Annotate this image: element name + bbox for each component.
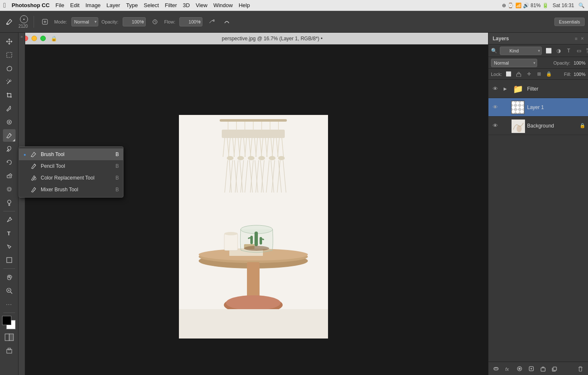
context-menu-color-replacement-tool[interactable]: Color Replacement Tool B xyxy=(19,172,123,184)
active-tool-icon[interactable] xyxy=(3,16,15,28)
active-check-icon: ● xyxy=(23,152,26,157)
foreground-color[interactable] xyxy=(2,316,11,325)
hand-tool[interactable] xyxy=(3,271,16,284)
menu-image[interactable]: Image xyxy=(85,2,100,8)
svg-rect-30 xyxy=(222,130,285,138)
add-mask-button[interactable] xyxy=(514,364,525,374)
apple-menu[interactable]:  xyxy=(3,2,6,9)
svg-line-43 xyxy=(256,138,257,157)
new-layer-button[interactable] xyxy=(550,364,560,374)
menu-file[interactable]: File xyxy=(55,2,64,8)
menu-help[interactable]: Help xyxy=(239,2,250,8)
svg-point-13 xyxy=(8,200,11,203)
table-items xyxy=(179,192,328,339)
menu-3d[interactable]: 3D xyxy=(183,2,190,8)
smoothing-icon[interactable] xyxy=(221,16,233,28)
menu-view[interactable]: View xyxy=(196,2,207,8)
eraser-tool[interactable] xyxy=(3,169,16,182)
history-brush-tool[interactable] xyxy=(3,156,16,169)
menu-layer[interactable]: Layer xyxy=(107,2,121,8)
layer-item-filter[interactable]: 👁 ▶ 📁 Filter xyxy=(488,80,588,98)
healing-brush-tool[interactable] xyxy=(3,116,16,128)
filter-shape-icon[interactable]: ▭ xyxy=(575,47,583,55)
opacity-input[interactable] xyxy=(123,17,146,26)
lock-pixels-icon[interactable] xyxy=(514,70,523,78)
layer-name-background: Background xyxy=(527,123,577,129)
context-menu-brush-tool[interactable]: ● Brush Tool B xyxy=(19,148,123,160)
shape-tool[interactable] xyxy=(3,254,16,266)
magic-wand-tool[interactable] xyxy=(3,76,16,88)
menu-window[interactable]: Window xyxy=(213,2,233,8)
color-swatches[interactable] xyxy=(2,316,16,330)
app-name[interactable]: Photoshop CC xyxy=(12,2,50,8)
lock-transparent-icon[interactable]: ⬜ xyxy=(504,70,513,78)
add-fx-button[interactable]: fx xyxy=(503,364,513,374)
clone-stamp-tool[interactable] xyxy=(3,143,16,155)
eyedropper-tool[interactable] xyxy=(3,102,16,115)
layer-visibility-filter[interactable]: 👁 xyxy=(491,85,499,93)
layers-mode-row: Normal Multiply Screen Opacity: 100% xyxy=(488,57,588,69)
context-menu-pencil-tool[interactable]: Pencil Tool B xyxy=(19,160,123,172)
window-maximize-button[interactable] xyxy=(40,36,46,41)
fill-value[interactable]: 100% xyxy=(574,72,585,77)
more-tools[interactable]: ··· xyxy=(3,298,16,310)
layers-opacity-value[interactable]: 100% xyxy=(574,60,585,65)
zoom-tool[interactable] xyxy=(3,284,16,297)
menu-edit[interactable]: Edit xyxy=(70,2,79,8)
layer-expand-filter[interactable]: ▶ xyxy=(502,86,509,92)
add-adjustment-button[interactable] xyxy=(526,364,536,374)
lock-artboard-icon[interactable]: ⊞ xyxy=(535,70,543,78)
layers-filter-select[interactable]: Kind xyxy=(500,47,542,55)
layer-visibility-layer1[interactable]: 👁 xyxy=(491,103,499,112)
dodge-tool[interactable] xyxy=(3,196,16,209)
layer-visibility-background[interactable]: 👁 xyxy=(491,122,499,130)
filter-pixel-icon[interactable]: ⬜ xyxy=(544,47,553,55)
layers-panel-close[interactable]: × xyxy=(581,36,584,42)
svg-line-49 xyxy=(272,138,274,157)
window-minimize-button[interactable] xyxy=(32,36,37,41)
svg-text:fx: fx xyxy=(505,367,509,372)
panel-toggle[interactable]: » xyxy=(21,34,23,39)
filter-smart-icon[interactable]: 🎬 xyxy=(585,47,588,55)
tool-context-menu[interactable]: ● Brush Tool B Pencil Tool B Color Repla… xyxy=(18,146,123,198)
new-group-button[interactable] xyxy=(538,364,548,374)
brush-size: 2120 xyxy=(18,24,28,29)
path-selection-tool[interactable] xyxy=(3,240,16,253)
svg-point-7 xyxy=(9,80,11,82)
type-tool[interactable]: T xyxy=(3,227,16,240)
flow-input[interactable] xyxy=(179,17,202,26)
frame-mode-tool[interactable] xyxy=(3,344,16,357)
brush-preset-picker[interactable] xyxy=(39,16,51,28)
layers-mode-select[interactable]: Normal Multiply Screen xyxy=(491,59,537,67)
crop-tool[interactable] xyxy=(3,89,16,102)
link-layers-button[interactable] xyxy=(491,364,501,374)
airbrush-icon[interactable] xyxy=(206,16,218,28)
mode-label: Mode: xyxy=(54,19,67,24)
menu-select[interactable]: Select xyxy=(144,2,159,8)
document-titlebar: 🔒 perspective.jpg @ 16.7% (Layer 1, RGB/… xyxy=(18,33,488,44)
layer-item-layer1[interactable]: 👁 Layer 1 xyxy=(488,98,588,117)
context-menu-mixer-brush-tool[interactable]: Mixer Brush Tool B xyxy=(19,184,123,195)
move-tool[interactable] xyxy=(3,35,16,48)
brush-tool-label: Brush Tool xyxy=(41,151,112,157)
brush-tool[interactable] xyxy=(3,129,16,142)
filter-adjustment-icon[interactable]: ◑ xyxy=(554,47,563,55)
lasso-tool[interactable] xyxy=(3,62,16,75)
delete-layer-button[interactable] xyxy=(575,364,585,374)
lock-position-icon[interactable]: ✛ xyxy=(525,70,533,78)
menu-type[interactable]: Type xyxy=(126,2,138,8)
quick-mask-tool[interactable] xyxy=(3,331,16,344)
svg-rect-95 xyxy=(179,309,328,339)
blur-tool[interactable] xyxy=(3,183,16,195)
rectangular-marquee-tool[interactable] xyxy=(3,49,16,61)
pen-tool[interactable] xyxy=(3,214,16,226)
essentials-button[interactable]: Essentials xyxy=(554,18,585,26)
opacity-pressure-icon[interactable] xyxy=(149,16,161,28)
layer-item-background[interactable]: 👁 Background 🔒 xyxy=(488,117,588,135)
lock-all-icon[interactable]: 🔒 xyxy=(545,70,553,78)
mode-select[interactable]: Normal Multiply Screen xyxy=(71,17,98,26)
menu-filter[interactable]: Filter xyxy=(165,2,177,8)
filter-type-icon[interactable]: T xyxy=(564,47,573,55)
layers-panel-options[interactable]: ≡ xyxy=(575,36,578,41)
search-icon[interactable]: 🔍 xyxy=(578,3,585,8)
